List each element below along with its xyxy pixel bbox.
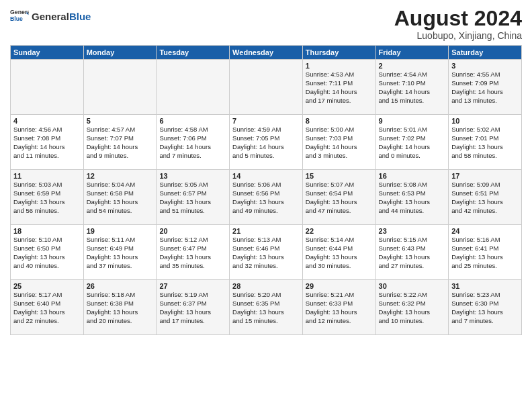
calendar-cell: 27Sunrise: 5:19 AMSunset: 6:37 PMDayligh… (157, 280, 230, 335)
day-number: 20 (159, 227, 226, 235)
cell-text-line: Daylight: 13 hours (379, 308, 446, 317)
cell-text-line: Sunset: 6:49 PM (87, 244, 154, 253)
day-number: 27 (159, 282, 226, 290)
cell-text-line: and 13 minutes. (451, 97, 519, 105)
cell-text-line: and 51 minutes. (159, 207, 226, 216)
cell-text-line: Sunset: 7:11 PM (306, 79, 373, 88)
cell-text-line: and 47 minutes. (306, 207, 373, 216)
cell-text-line: and 40 minutes. (13, 262, 81, 271)
day-number: 14 (232, 172, 300, 180)
cell-text-line: Daylight: 14 hours (13, 143, 81, 152)
day-number: 8 (306, 117, 373, 125)
cell-text-line: Sunrise: 5:04 AM (87, 181, 154, 189)
calendar-cell: 14Sunrise: 5:06 AMSunset: 6:56 PMDayligh… (230, 170, 303, 225)
header-day-thursday: Thursday (302, 46, 375, 60)
day-number: 1 (306, 62, 373, 70)
calendar-cell: 30Sunrise: 5:22 AMSunset: 6:32 PMDayligh… (375, 280, 449, 335)
cell-text-line: Daylight: 13 hours (159, 308, 226, 317)
calendar-cell: 23Sunrise: 5:15 AMSunset: 6:43 PMDayligh… (375, 225, 449, 280)
cell-text-line: Sunrise: 5:08 AM (379, 181, 446, 189)
cell-text-line: Sunset: 6:47 PM (159, 244, 226, 253)
cell-text-line: Sunset: 6:32 PM (379, 300, 446, 308)
calendar-cell: 9Sunrise: 5:01 AMSunset: 7:02 PMDaylight… (375, 115, 449, 170)
cell-text-line: Sunrise: 5:05 AM (159, 181, 226, 189)
cell-text-line: Daylight: 14 hours (306, 143, 373, 152)
location: Luobupo, Xinjiang, China (394, 30, 522, 41)
cell-text-line: Daylight: 13 hours (451, 308, 519, 317)
cell-text-line: Sunset: 7:07 PM (87, 134, 154, 143)
cell-text-line: Sunset: 7:05 PM (232, 134, 300, 143)
day-number: 21 (232, 227, 300, 235)
logo-blue: Blue (69, 11, 91, 22)
calendar-cell: 1Sunrise: 4:53 AMSunset: 7:11 PMDaylight… (302, 60, 375, 115)
cell-text-line: Daylight: 13 hours (232, 198, 300, 207)
page-container: General Blue GeneralBlue August 2024 Luo… (0, 0, 532, 342)
calendar-cell: 5Sunrise: 4:57 AMSunset: 7:07 PMDaylight… (83, 115, 157, 170)
day-number: 12 (87, 172, 154, 180)
cell-text-line: Sunset: 6:51 PM (451, 189, 519, 198)
calendar-cell: 28Sunrise: 5:20 AMSunset: 6:35 PMDayligh… (230, 280, 303, 335)
cell-text-line: Daylight: 13 hours (306, 198, 373, 207)
cell-text-line: Sunrise: 5:15 AM (379, 236, 446, 244)
calendar-cell: 24Sunrise: 5:16 AMSunset: 6:41 PMDayligh… (449, 225, 522, 280)
cell-text-line: and 15 minutes. (379, 97, 446, 105)
calendar-cell: 10Sunrise: 5:02 AMSunset: 7:01 PMDayligh… (449, 115, 522, 170)
cell-text-line: Sunset: 6:35 PM (232, 300, 300, 308)
svg-text:General: General (10, 9, 29, 15)
cell-text-line: Sunrise: 5:20 AM (232, 291, 300, 300)
calendar-cell: 22Sunrise: 5:14 AMSunset: 6:44 PMDayligh… (302, 225, 375, 280)
calendar-cell: 6Sunrise: 4:58 AMSunset: 7:06 PMDaylight… (157, 115, 230, 170)
svg-text:Blue: Blue (10, 15, 23, 22)
calendar-cell: 11Sunrise: 5:03 AMSunset: 6:59 PMDayligh… (11, 170, 84, 225)
cell-text-line: and 20 minutes. (87, 317, 154, 326)
cell-text-line: Daylight: 14 hours (379, 88, 446, 97)
day-number: 23 (379, 227, 446, 235)
cell-text-line: and 0 minutes. (379, 152, 446, 161)
cell-text-line: Sunset: 6:59 PM (13, 189, 81, 198)
cell-text-line: Sunrise: 5:01 AM (379, 126, 446, 134)
cell-text-line: and 32 minutes. (232, 262, 300, 271)
header-day-wednesday: Wednesday (230, 46, 303, 60)
cell-text-line: Sunrise: 5:06 AM (232, 181, 300, 189)
cell-text-line: Sunset: 7:01 PM (451, 134, 519, 143)
cell-text-line: Sunrise: 5:18 AM (87, 291, 154, 300)
calendar-cell: 17Sunrise: 5:09 AMSunset: 6:51 PMDayligh… (449, 170, 522, 225)
title-block: August 2024 Luobupo, Xinjiang, China (394, 7, 522, 41)
cell-text-line: and 56 minutes. (13, 207, 81, 216)
cell-text-line: Daylight: 13 hours (306, 253, 373, 262)
header-day-saturday: Saturday (449, 46, 522, 60)
cell-text-line: and 25 minutes. (451, 262, 519, 271)
calendar-cell: 3Sunrise: 4:55 AMSunset: 7:09 PMDaylight… (449, 60, 522, 115)
cell-text-line: Sunrise: 4:54 AM (379, 71, 446, 79)
calendar-cell: 18Sunrise: 5:10 AMSunset: 6:50 PMDayligh… (11, 225, 84, 280)
cell-text-line: and 17 minutes. (306, 97, 373, 105)
cell-text-line: and 35 minutes. (159, 262, 226, 271)
day-number: 25 (13, 282, 81, 290)
week-row-2: 4Sunrise: 4:56 AMSunset: 7:08 PMDaylight… (11, 115, 522, 170)
calendar-header-row: SundayMondayTuesdayWednesdayThursdayFrid… (11, 46, 522, 60)
day-number: 3 (451, 62, 519, 70)
cell-text-line: Sunset: 6:43 PM (379, 244, 446, 253)
header-day-tuesday: Tuesday (157, 46, 230, 60)
calendar-cell: 29Sunrise: 5:21 AMSunset: 6:33 PMDayligh… (302, 280, 375, 335)
calendar-cell (83, 60, 157, 115)
day-number: 29 (306, 282, 373, 290)
cell-text-line: Daylight: 14 hours (379, 143, 446, 152)
cell-text-line: Sunrise: 5:07 AM (306, 181, 373, 189)
day-number: 13 (159, 172, 226, 180)
calendar-cell (11, 60, 84, 115)
cell-text-line: Daylight: 14 hours (232, 143, 300, 152)
cell-text-line: Sunrise: 5:21 AM (306, 291, 373, 300)
day-number: 17 (451, 172, 519, 180)
cell-text-line: Daylight: 13 hours (13, 198, 81, 207)
cell-text-line: and 5 minutes. (232, 152, 300, 161)
cell-text-line: Sunset: 7:06 PM (159, 134, 226, 143)
week-row-4: 18Sunrise: 5:10 AMSunset: 6:50 PMDayligh… (11, 225, 522, 280)
cell-text-line: and 44 minutes. (379, 207, 446, 216)
cell-text-line: Daylight: 13 hours (379, 198, 446, 207)
logo-icon: General Blue (10, 7, 29, 26)
week-row-5: 25Sunrise: 5:17 AMSunset: 6:40 PMDayligh… (11, 280, 522, 335)
cell-text-line: Sunrise: 5:13 AM (232, 236, 300, 244)
cell-text-line: Sunset: 6:46 PM (232, 244, 300, 253)
cell-text-line: Sunset: 6:33 PM (306, 300, 373, 308)
